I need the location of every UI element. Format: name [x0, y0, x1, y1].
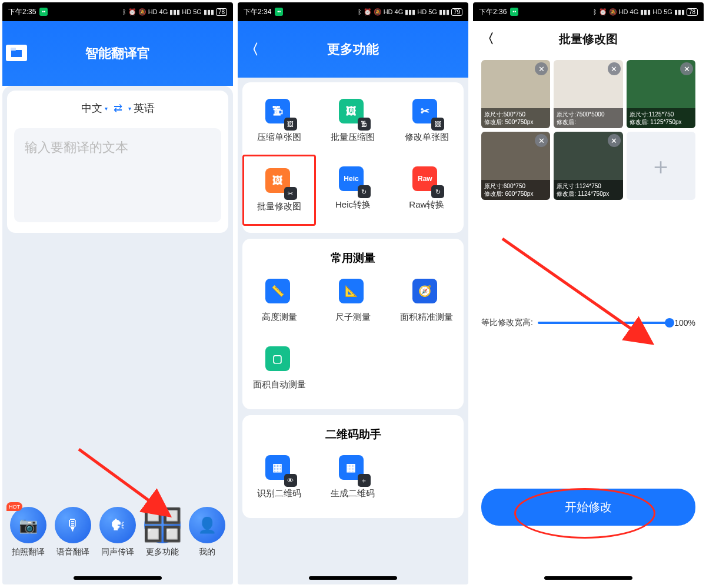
feature-面积自动测量[interactable]: ▢面积自动测量: [242, 335, 316, 402]
back-icon[interactable]: 〈: [481, 30, 494, 48]
annotation-arrow: [491, 227, 667, 356]
grid-icon: 🔲🔲🔲🔲: [144, 507, 181, 543]
tab-photo-translate[interactable]: 📷 HOT 拍照翻译: [10, 507, 46, 557]
swap-icon[interactable]: ⇄: [114, 102, 122, 115]
remove-icon[interactable]: ✕: [680, 62, 693, 75]
wechat-icon: ••: [39, 8, 48, 16]
mic-icon: 🎙: [65, 516, 81, 534]
speak-icon: 🗣: [110, 516, 125, 534]
app-header: 智能翻译官: [2, 21, 233, 86]
main-body: 🗜🖼压缩单张图🖼🗜批量压缩图✂🖼修改单张图🖼✂批量修改图Heic↻Heic转换R…: [238, 78, 468, 584]
page-title: 批量修改图: [559, 31, 618, 47]
svg-rect-0: [11, 48, 16, 51]
bluetooth-icon: ᛒ: [122, 8, 126, 15]
svg-line-1: [79, 449, 167, 514]
image-thumb[interactable]: ✕原尺寸:600*750修改后: 600*750px: [481, 132, 550, 200]
slider-label: 等比修改宽高:: [481, 318, 533, 328]
main-body: ✕原尺寸:500*750修改后: 500*750px✕原尺寸:7500*5000…: [473, 56, 704, 584]
slider-knob[interactable]: [665, 318, 674, 328]
hd-icon: HD: [148, 8, 158, 15]
remove-icon[interactable]: ✕: [535, 134, 548, 147]
hot-badge: HOT: [6, 502, 22, 511]
feature-尺子测量[interactable]: 📐尺子测量: [316, 267, 389, 335]
camera-icon: 📷: [19, 516, 38, 534]
image-thumb[interactable]: ✕原尺寸:7500*5000修改后:: [554, 60, 622, 128]
ratio-slider-row: 等比修改宽高: 100%: [481, 318, 695, 328]
mute-icon: 🔕: [138, 8, 146, 16]
main-body: 中文 ▾ ⇄ ▾ 英语 输入要翻译的文本 📷 HOT 拍照翻译 🎙 语音翻译 🗣…: [2, 86, 233, 584]
feature-批量修改图[interactable]: 🖼✂批量修改图: [242, 155, 316, 226]
bottom-nav: 📷 HOT 拍照翻译 🎙 语音翻译 🗣 同声传译 🔲🔲🔲🔲 更多功能 👤 我的: [2, 507, 233, 557]
translate-input[interactable]: 输入要翻译的文本: [14, 128, 221, 222]
image-thumb[interactable]: ✕原尺寸:1124*750修改后: 1124*750px: [554, 132, 622, 200]
hd-icon-2: HD: [182, 8, 191, 15]
status-bar: 下午2:36 •• ᛒ⏰🔕 HD4G ▮▮▮ HD5G ▮▮▮ 78: [473, 2, 704, 21]
battery-level: 78: [216, 8, 227, 16]
feature-面积精准测量[interactable]: 🧭面积精准测量: [390, 267, 464, 335]
image-thumb[interactable]: ✕原尺寸:500*750修改后: 500*750px: [481, 60, 550, 128]
remove-icon[interactable]: ✕: [608, 134, 621, 147]
home-indicator: [544, 576, 632, 580]
ratio-slider[interactable]: [538, 322, 670, 324]
lang-to[interactable]: ▾ 英语: [128, 101, 155, 115]
folder-icon[interactable]: [6, 45, 27, 61]
language-row: 中文 ▾ ⇄ ▾ 英语: [14, 101, 221, 115]
section-title-measure: 常用测量: [242, 243, 464, 267]
screen-batch-modify: 下午2:36 •• ᛒ⏰🔕 HD4G ▮▮▮ HD5G ▮▮▮ 78 〈 批量修…: [473, 2, 704, 584]
translate-card: 中文 ▾ ⇄ ▾ 英语 输入要翻译的文本: [7, 91, 228, 233]
feature-Heic转换[interactable]: Heic↻Heic转换: [316, 155, 389, 226]
home-indicator: [74, 576, 162, 580]
page-title: 更多功能: [327, 41, 379, 58]
feature-高度测量[interactable]: 📏高度测量: [242, 267, 316, 335]
status-bar: 下午2:35 •• ᛒ ⏰ 🔕 HD 4G ▮▮▮ HD 5G ▮▮▮ 78: [2, 2, 233, 21]
start-modify-button[interactable]: 开始修改: [481, 489, 695, 526]
feature-生成二维码[interactable]: ▦＋生成二维码: [316, 443, 389, 511]
section-title-qrcode: 二维码助手: [242, 420, 464, 443]
tab-mine[interactable]: 👤 我的: [189, 507, 225, 557]
slider-value: 100%: [674, 318, 695, 328]
feature-识别二维码[interactable]: ▦👁识别二维码: [242, 443, 316, 511]
tab-more-features[interactable]: 🔲🔲🔲🔲 更多功能: [144, 507, 181, 557]
qrcode-card: 二维码助手 ▦👁识别二维码▦＋生成二维码: [242, 415, 464, 518]
back-icon[interactable]: 〈: [245, 40, 259, 59]
feature-压缩单张图[interactable]: 🗜🖼压缩单张图: [242, 87, 316, 155]
alarm-icon: ⏰: [128, 8, 136, 16]
page-title: 智能翻译官: [85, 45, 150, 62]
status-time: 下午2:36: [479, 7, 507, 17]
remove-icon[interactable]: ✕: [608, 62, 621, 75]
status-time: 下午2:35: [8, 7, 36, 17]
tab-voice-translate[interactable]: 🎙 语音翻译: [55, 507, 91, 557]
app-header: 〈 更多功能: [238, 21, 468, 78]
feature-Raw转换[interactable]: Raw↻Raw转换: [390, 155, 464, 226]
measure-card: 常用测量 📏高度测量📐尺子测量🧭面积精准测量▢面积自动测量: [242, 239, 464, 409]
wechat-icon: ••: [275, 8, 283, 16]
image-grid: ✕原尺寸:500*750修改后: 500*750px✕原尺寸:7500*5000…: [481, 60, 695, 200]
feature-批量压缩图[interactable]: 🖼🗜批量压缩图: [316, 87, 389, 155]
home-indicator: [309, 576, 397, 580]
person-icon: 👤: [198, 516, 217, 534]
signal-5g-icon: 5G ▮▮▮: [193, 8, 214, 16]
image-tools-card: 🗜🖼压缩单张图🖼🗜批量压缩图✂🖼修改单张图🖼✂批量修改图Heic↻Heic转换R…: [242, 82, 464, 233]
page-header: 〈 批量修改图: [473, 21, 704, 56]
screen-more-features: 下午2:34 •• ᛒ⏰🔕 HD4G ▮▮▮ HD5G ▮▮▮ 79 〈 更多功…: [238, 2, 468, 584]
feature-修改单张图[interactable]: ✂🖼修改单张图: [390, 87, 464, 155]
status-time: 下午2:34: [244, 7, 271, 17]
remove-icon[interactable]: ✕: [535, 62, 548, 75]
wechat-icon: ••: [510, 8, 518, 16]
tab-simultaneous[interactable]: 🗣 同声传译: [99, 507, 136, 557]
lang-from[interactable]: 中文 ▾: [81, 101, 108, 115]
signal-4g-icon: 4G ▮▮▮: [159, 8, 181, 16]
status-bar: 下午2:34 •• ᛒ⏰🔕 HD4G ▮▮▮ HD5G ▮▮▮ 79: [238, 2, 468, 21]
add-image-button[interactable]: ＋: [627, 132, 695, 200]
image-thumb[interactable]: ✕原尺寸:1125*750修改后: 1125*750px: [627, 60, 695, 128]
screen-translator-home: 下午2:35 •• ᛒ ⏰ 🔕 HD 4G ▮▮▮ HD 5G ▮▮▮ 78 智…: [2, 2, 233, 584]
